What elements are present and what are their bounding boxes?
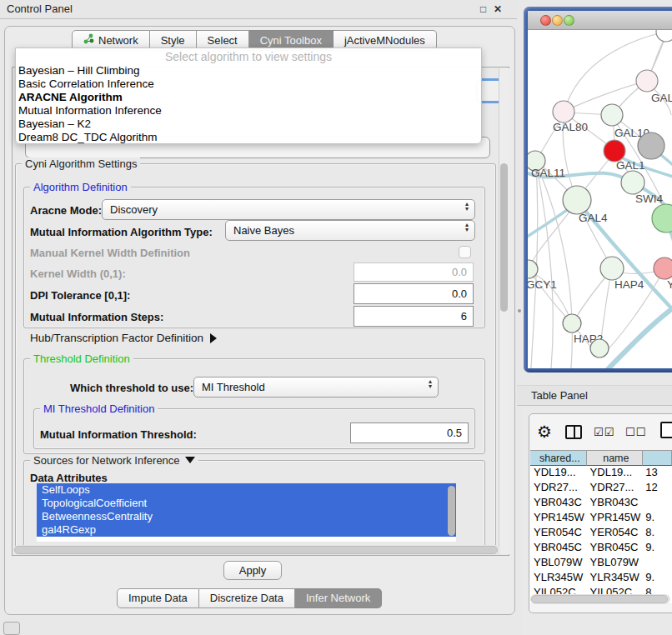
table-row[interactable]: YPR145WYPR145W9. (530, 510, 672, 525)
node-gal[interactable] (636, 70, 658, 92)
node-y[interactable] (654, 258, 672, 279)
data-attribute-item[interactable]: TopologicalCoefficient (37, 497, 456, 510)
control-panel-header: Control Panel □ ✕ (0, 0, 517, 19)
aracne-mode-combobox[interactable]: Discovery ▴▾ (102, 199, 475, 220)
tab-label: Style (161, 34, 185, 47)
attribute-list-scrollbar[interactable] (448, 486, 455, 536)
table-row[interactable]: YBR043CYBR043C (530, 495, 672, 510)
close-window-icon[interactable] (540, 15, 551, 26)
table-row[interactable]: YBR045CYBR045C9. (530, 540, 672, 555)
split-pane-divider-handle[interactable] (518, 309, 521, 312)
mi-threshold-field[interactable]: 0.5 (350, 422, 469, 443)
algorithm-option[interactable]: ARACNE Algorithm (16, 91, 481, 104)
node-hap4[interactable] (600, 257, 624, 280)
application-window: Control Panel □ ✕ NetworkStyleSelectCyni… (0, 0, 672, 635)
table-cell: 9. (643, 510, 672, 525)
control-panel-title: Control Panel (7, 2, 73, 15)
settings-vertical-scrollbar-thumb[interactable] (500, 163, 508, 312)
node-swi4[interactable] (621, 171, 644, 194)
node-gal10[interactable] (601, 104, 623, 126)
tab-discretize-data[interactable]: Discretize Data (199, 588, 295, 608)
table-cell: YBL079W (587, 555, 644, 570)
tab-impute-data[interactable]: Impute Data (117, 588, 199, 608)
algorithm-option[interactable]: Bayesian – K2 (16, 118, 481, 131)
mi-type-combobox[interactable]: Naive Bayes ▴▾ (225, 220, 475, 241)
tab-label: Cyni Toolbox (260, 34, 322, 47)
select-all-icon[interactable]: ☑☑ (594, 426, 614, 438)
node[interactable] (638, 132, 664, 159)
hub-definition-toggle[interactable]: Hub/Transcription Factor Definition (30, 332, 217, 344)
network-nodes[interactable]: GALGAL80GAL10GAL1SWI4GAL11GAL4GCY1HAP4YH… (528, 30, 672, 358)
node-gal4[interactable] (563, 186, 591, 214)
mi-threshold-definition-title: MI Threshold Definition (40, 402, 158, 415)
node-label: GCY1 (528, 278, 557, 291)
kernel-width-label: Kernel Width (0,1): (30, 268, 126, 280)
which-threshold-combobox[interactable]: MI Threshold ▴▾ (193, 377, 439, 398)
data-attribute-item[interactable]: SelfLoops (37, 483, 456, 497)
deselect-all-icon[interactable]: ☐☐ (625, 426, 646, 438)
table-row[interactable]: YBL079WYBL079W (530, 555, 672, 570)
gear-icon[interactable]: ⚙ (537, 422, 552, 442)
algorithm-option[interactable]: Bayesian – Hill Climbing (16, 64, 481, 78)
float-panel-icon[interactable]: □ (480, 3, 486, 15)
network-icon (83, 33, 94, 47)
table-panel-header: Table Panel (517, 385, 672, 406)
zoom-window-icon[interactable] (564, 15, 574, 26)
mi-steps-field[interactable]: 6 (354, 306, 474, 327)
algorithm-dropdown-list: Select algorithm to view settings Bayesi… (15, 48, 482, 144)
node-hap2[interactable] (563, 314, 581, 332)
node[interactable] (656, 30, 672, 42)
table-header-row: shared...name (530, 450, 672, 465)
tab-label: Select (208, 34, 238, 47)
data-attribute-item[interactable]: gal4RGexp (37, 523, 456, 537)
table-row[interactable]: YDR27...YDR27...12 (530, 480, 672, 495)
manual-kernel-checkbox[interactable] (459, 246, 471, 258)
collapsed-panel-button[interactable] (3, 622, 20, 635)
combo-arrows-icon: ▴▾ (465, 202, 469, 212)
minimize-window-icon[interactable] (552, 15, 563, 26)
algorithm-option[interactable]: Mutual Information Inference (16, 104, 481, 118)
node-attribute-table[interactable]: shared...nameYDL19...YDL19...13YDR27...Y… (530, 450, 672, 603)
mi-type-value: Naive Bayes (233, 224, 294, 237)
network-window-titlebar[interactable] (528, 11, 672, 30)
data-attributes-label: Data Attributes (30, 472, 108, 484)
table-horizontal-scrollbar-thumb[interactable] (531, 595, 668, 603)
table-cell: YBR043C (587, 495, 644, 510)
node[interactable] (652, 204, 672, 232)
table-cell: YLR345W (587, 570, 644, 585)
table-cell: 13 (643, 465, 672, 480)
table-cell: YBR045C (587, 540, 644, 555)
table-cell: 9. (643, 570, 672, 585)
algorithm-option[interactable]: Basic Correlation Inference (16, 78, 481, 91)
table-cell: YDL19... (530, 465, 587, 480)
table-row[interactable]: YLR345WYLR345W9. (530, 570, 672, 585)
aracne-mode-value: Discovery (110, 203, 158, 216)
data-attribute-item[interactable]: BetweennessCentrality (37, 510, 456, 523)
apply-button[interactable]: Apply (223, 561, 282, 580)
dpi-tolerance-field[interactable]: 0.0 (354, 283, 474, 304)
algorithm-option[interactable]: Dream8 DC_TDC Algorithm (16, 131, 481, 144)
tab-label: Discretize Data (210, 592, 283, 604)
tab-label: Network (98, 34, 138, 47)
node[interactable] (590, 339, 609, 358)
column-header[interactable]: shared... (530, 450, 587, 466)
table-row[interactable]: YER054CYER054C8. (530, 525, 672, 540)
split-columns-icon[interactable] (565, 425, 582, 439)
node-label: GAL1 (616, 159, 645, 172)
settings-horizontal-scrollbar-thumb[interactable] (14, 546, 498, 554)
table-panel-title: Table Panel (531, 389, 588, 402)
close-panel-icon[interactable]: ✕ (494, 3, 502, 15)
network-canvas[interactable]: GALGAL80GAL10GAL1SWI4GAL11GAL4GCY1HAP4YH… (528, 30, 672, 368)
sources-title[interactable]: Sources for Network Inference (30, 454, 198, 467)
node-gal80[interactable] (553, 101, 574, 122)
column-header[interactable] (643, 450, 672, 466)
node-label: Y (667, 278, 672, 291)
which-threshold-label: Which threshold to use: (70, 382, 193, 394)
kernel-width-field[interactable]: 0.0 (354, 262, 474, 282)
new-table-icon[interactable] (660, 422, 672, 438)
table-row[interactable]: YDL19...YDL19...13 (530, 465, 672, 480)
tab-infer-network[interactable]: Infer Network (295, 588, 382, 608)
mi-steps-label: Mutual Information Steps: (30, 311, 163, 323)
column-header[interactable]: name (587, 450, 644, 466)
table-cell (643, 495, 672, 510)
